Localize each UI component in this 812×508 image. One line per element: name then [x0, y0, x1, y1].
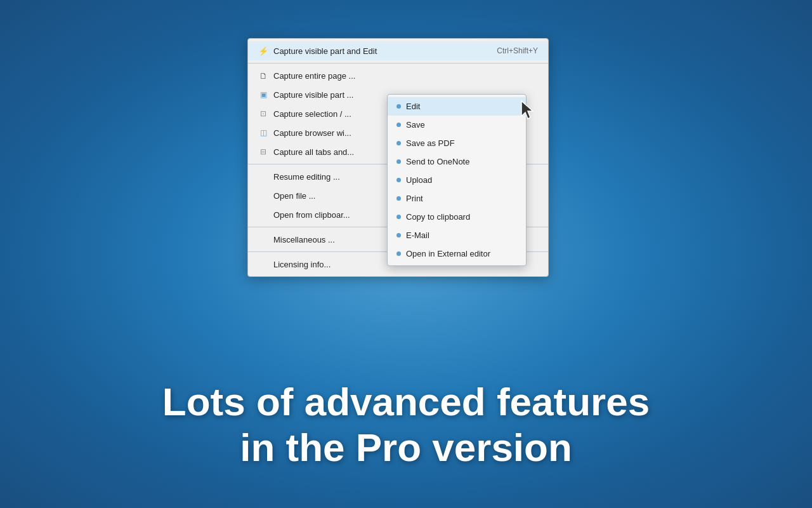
menu-divider-1	[248, 63, 548, 64]
no-icon	[258, 259, 268, 269]
selection-icon: ⊡	[258, 109, 268, 119]
submenu-item-save-pdf[interactable]: Save as PDF	[388, 134, 526, 152]
promo-line1: Lots of advanced features	[0, 379, 812, 424]
promo-line2: in the Pro version	[0, 425, 812, 470]
submenu-item-label: Send to OneNote	[406, 157, 469, 166]
submenu-item-email[interactable]: E-Mail	[388, 226, 526, 244]
submenu-item-edit[interactable]: Edit	[388, 97, 526, 116]
submenu-item-print[interactable]: Print	[388, 189, 526, 208]
no-icon	[258, 171, 268, 182]
menu-item-shortcut: Ctrl+Shift+Y	[497, 46, 538, 55]
browser-icon: ◫	[258, 128, 268, 138]
menu-item-capture-visible-edit[interactable]: Capture visible part and Edit Ctrl+Shift…	[248, 41, 548, 60]
menu-item-capture-entire-page[interactable]: 🗋 Capture entire page ...	[248, 66, 548, 85]
submenu-item-label: Save as PDF	[406, 138, 455, 148]
menu-item-label: Capture selection / ...	[273, 109, 351, 119]
menu-item-label: Capture visible part and Edit	[273, 46, 377, 56]
submenu-item-label: E-Mail	[406, 231, 429, 240]
submenu-item-save[interactable]: Save	[388, 116, 526, 134]
menu-item-label: Capture visible part ...	[273, 90, 353, 100]
menu-item-label: Capture browser wi...	[273, 128, 351, 138]
menu-item-label: Capture all tabs and...	[273, 147, 354, 157]
bullet-icon	[396, 178, 401, 182]
submenu-item-label: Open in External editor	[406, 249, 490, 258]
visible-icon: ▣	[258, 90, 268, 100]
bullet-icon	[396, 159, 401, 164]
lightning-icon	[258, 46, 268, 56]
bullet-icon	[396, 196, 401, 201]
menu-item-label: Capture entire page ...	[273, 71, 355, 81]
submenu-item-label: Upload	[406, 175, 432, 185]
promo-text: Lots of advanced features in the Pro ver…	[0, 379, 812, 470]
menu-item-label: Resume editing ...	[273, 172, 340, 182]
bullet-icon	[396, 233, 401, 237]
bullet-icon	[396, 104, 401, 109]
bullet-icon	[396, 251, 401, 256]
submenu-item-upload[interactable]: Upload	[388, 171, 526, 189]
page-icon: 🗋	[258, 70, 268, 81]
bullet-icon	[396, 123, 401, 127]
bullet-icon	[396, 215, 401, 219]
submenu-item-copy-clipboard[interactable]: Copy to clipboard	[388, 208, 526, 226]
submenu-item-label: Edit	[406, 102, 420, 111]
menu-item-label: Open file ...	[273, 191, 315, 201]
menu-item-label: Miscellaneous ...	[273, 235, 335, 244]
menu-item-label: Licensing info...	[273, 260, 331, 269]
tabs-icon: ⊟	[258, 147, 268, 157]
menu-item-label: Open from clipboar...	[273, 210, 350, 220]
submenu-item-onenote[interactable]: Send to OneNote	[388, 152, 526, 171]
submenu-item-label: Copy to clipboard	[406, 212, 470, 222]
action-submenu: Edit Save Save as PDF Send to OneNote Up…	[387, 94, 527, 266]
no-icon	[258, 210, 268, 220]
no-icon	[258, 234, 268, 244]
no-icon	[258, 190, 268, 201]
submenu-item-label: Print	[406, 194, 423, 203]
submenu-item-external-editor[interactable]: Open in External editor	[388, 244, 526, 263]
submenu-item-label: Save	[406, 120, 425, 130]
bullet-icon	[396, 141, 401, 145]
